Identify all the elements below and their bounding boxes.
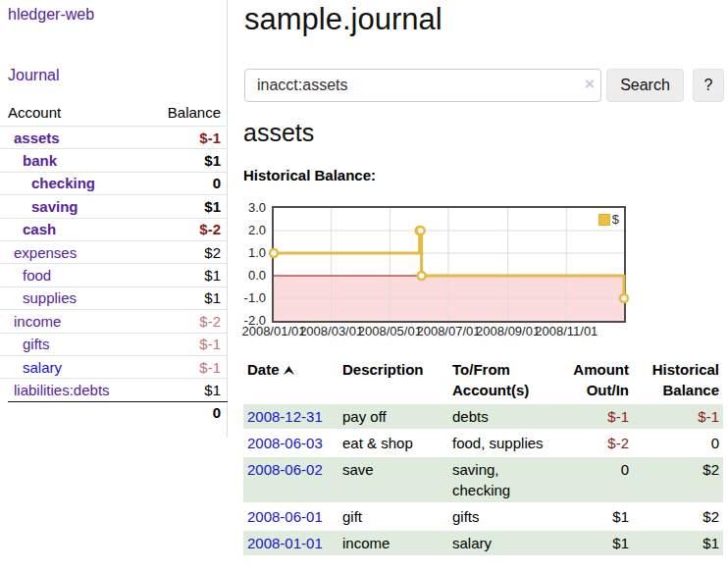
- legend-label: $: [612, 212, 619, 227]
- table-row: 2008-12-31pay offdebts$-1$-1: [243, 404, 723, 429]
- register-header-row: Date Description To/From Account(s) Amou…: [243, 357, 723, 402]
- column-header-description: Description: [338, 357, 448, 402]
- sidebar-account-balance: $-1: [199, 336, 221, 352]
- sidebar-account-link[interactable]: assets: [0, 130, 60, 146]
- brand-link[interactable]: hledger-web: [8, 6, 94, 24]
- y-tick-label: 3.0: [236, 200, 266, 216]
- sidebar-account-link[interactable]: checking: [0, 175, 95, 191]
- legend-swatch-icon: [598, 214, 610, 226]
- data-point: [620, 294, 628, 302]
- sidebar-account-link[interactable]: cash: [0, 221, 56, 237]
- sidebar-account-balance: $-1: [199, 359, 221, 376]
- sidebar: hledger-web Journal Account Balance asse…: [0, 0, 228, 438]
- sort-asc-icon: [284, 359, 294, 380]
- search-input[interactable]: [244, 69, 601, 102]
- column-header-amount: Amount Out/In: [554, 357, 633, 402]
- table-row: 2008-06-01giftgifts$1$2: [243, 504, 723, 529]
- cell-balance: $-1: [633, 404, 723, 429]
- sidebar-account-link[interactable]: supplies: [0, 289, 77, 306]
- sidebar-account-balance: $1: [204, 382, 221, 398]
- register-table: Date Description To/From Account(s) Amou…: [243, 355, 723, 557]
- cell-amount: $1: [554, 531, 633, 555]
- cell-accounts: gifts: [448, 504, 554, 529]
- cell-description: income: [338, 531, 448, 555]
- cell-accounts: saving, checking: [448, 457, 554, 502]
- transaction-date-link[interactable]: 2008-01-01: [247, 535, 323, 551]
- clear-search-icon[interactable]: ×: [581, 76, 598, 93]
- cell-date: 2008-12-31: [243, 404, 338, 429]
- account-row: cash$-2: [0, 218, 228, 240]
- sidebar-total: 0: [8, 401, 228, 423]
- account-tree-header: Account Balance: [0, 101, 228, 126]
- sidebar-account-link[interactable]: gifts: [0, 336, 50, 352]
- cell-description: save: [338, 457, 448, 502]
- sidebar-account-balance: $-2: [199, 313, 221, 330]
- column-header-balance: Historical Balance: [633, 357, 723, 402]
- sidebar-account-balance: $1: [204, 289, 221, 306]
- sidebar-account-link[interactable]: food: [0, 267, 51, 284]
- account-tree: Account Balance assets$-1bank$1checking0…: [0, 101, 228, 423]
- help-button[interactable]: ?: [693, 69, 724, 102]
- account-row: supplies$1: [0, 286, 228, 309]
- x-tick-label: 2008/11/01: [530, 324, 602, 338]
- account-row: checking0: [0, 172, 228, 194]
- transaction-date-link[interactable]: 2008-06-02: [247, 461, 323, 478]
- account-heading: assets: [243, 119, 314, 147]
- account-rows: assets$-1bank$1checking0saving$1cash$-2e…: [0, 126, 228, 401]
- y-tick-label: 0.0: [236, 268, 266, 284]
- balance-column-label: Balance: [168, 104, 221, 121]
- cell-accounts: food, supplies: [448, 431, 554, 455]
- cell-amount: 0: [554, 457, 633, 502]
- sidebar-item-journal[interactable]: Journal: [8, 67, 59, 84]
- table-row: 2008-06-02savesaving, checking0$2: [243, 457, 723, 502]
- balance-chart: 3.02.01.00.0-1.0-2.0 $ 2008/01/012008/03…: [236, 198, 649, 345]
- search-button[interactable]: Search: [606, 69, 684, 102]
- account-row: assets$-1: [0, 126, 228, 148]
- data-point: [417, 227, 425, 234]
- sidebar-account-link[interactable]: saving: [0, 198, 78, 215]
- sidebar-account-link[interactable]: salary: [0, 359, 62, 376]
- historical-balance-label: Historical Balance:: [243, 167, 376, 183]
- y-tick-label: 2.0: [236, 223, 266, 238]
- transaction-date-link[interactable]: 2008-06-01: [247, 508, 323, 525]
- cell-date: 2008-01-01: [243, 531, 338, 555]
- y-tick-label: 1.0: [236, 245, 266, 261]
- cell-balance: $1: [633, 531, 723, 555]
- sidebar-account-balance: $1: [204, 152, 221, 169]
- account-row: liabilities:debts$1: [0, 378, 228, 400]
- cell-date: 2008-06-03: [243, 431, 338, 455]
- y-tick-label: -1.0: [236, 290, 266, 306]
- cell-balance: $2: [633, 457, 723, 502]
- account-column-label: Account: [8, 104, 61, 121]
- sidebar-account-balance: $-1: [199, 130, 221, 146]
- sidebar-account-link[interactable]: liabilities:debts: [0, 382, 110, 398]
- cell-description: pay off: [338, 404, 448, 429]
- cell-accounts: salary: [448, 531, 554, 555]
- sidebar-account-link[interactable]: expenses: [0, 244, 77, 261]
- hledger-web-app: hledger-web Journal Account Balance asse…: [0, 0, 728, 571]
- sidebar-account-balance: $2: [204, 244, 221, 261]
- page-title: sample.journal: [244, 2, 442, 37]
- sidebar-account-link[interactable]: bank: [0, 152, 57, 169]
- cell-date: 2008-06-01: [243, 504, 338, 529]
- chart-plot-area: $: [272, 206, 626, 323]
- cell-balance: 0: [633, 431, 723, 455]
- cell-amount: $1: [554, 504, 633, 529]
- account-row: expenses$2: [0, 240, 228, 263]
- sidebar-account-balance: $-2: [199, 221, 221, 237]
- table-row: 2008-01-01incomesalary$1$1: [243, 531, 723, 555]
- date-header-label: Date: [247, 361, 280, 378]
- transaction-date-link[interactable]: 2008-12-31: [247, 408, 323, 425]
- data-point: [418, 272, 426, 280]
- sidebar-account-link[interactable]: income: [0, 313, 61, 330]
- account-row: bank$1: [0, 148, 228, 171]
- transaction-date-link[interactable]: 2008-06-03: [247, 435, 323, 451]
- sidebar-account-balance: $1: [204, 198, 221, 215]
- data-point: [270, 249, 278, 257]
- column-header-date[interactable]: Date: [243, 357, 338, 402]
- cell-amount: $-2: [554, 431, 633, 455]
- cell-description: gift: [338, 504, 448, 529]
- account-row: food$1: [0, 263, 228, 286]
- account-row: salary$-1: [0, 355, 228, 378]
- sidebar-account-balance: 0: [213, 175, 221, 191]
